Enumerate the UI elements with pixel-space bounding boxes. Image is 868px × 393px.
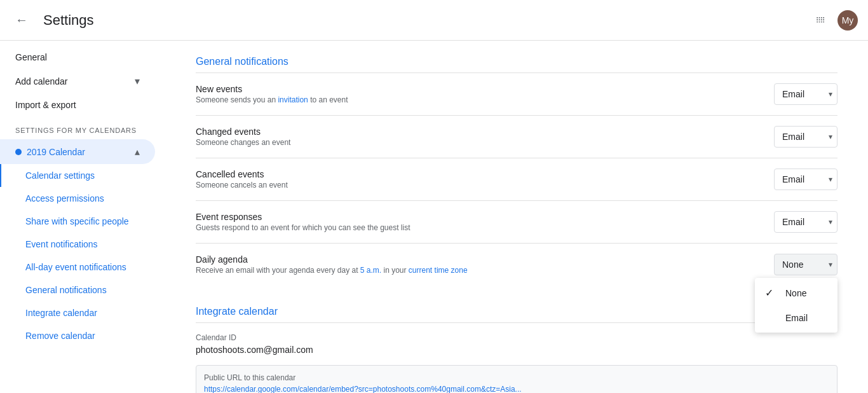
integrate-section: Integrate calendar Calendar ID photoshoo… xyxy=(196,306,837,393)
top-bar-left: ← Settings xyxy=(10,8,94,32)
apps-grid-icon xyxy=(815,14,827,27)
dropdown-email-label: Email xyxy=(785,313,808,323)
new-events-text: New events Someone sends you an invitati… xyxy=(196,84,348,104)
calendar-group: 2019 Calendar xyxy=(15,147,85,157)
cancelled-events-select[interactable]: Email None xyxy=(774,169,837,190)
sidebar-item-general-notifications[interactable]: General notifications xyxy=(0,279,155,301)
changed-events-text: Changed events Someone changes an event xyxy=(196,127,290,147)
sidebar-item-general[interactable]: General xyxy=(0,46,155,69)
event-responses-text: Event responses Guests respond to an eve… xyxy=(196,212,410,232)
event-responses-desc: Guests respond to an event for which you… xyxy=(196,223,410,232)
check-icon: ✓ xyxy=(765,287,778,299)
new-events-select[interactable]: Email None xyxy=(774,83,837,105)
invitation-link[interactable]: invitation xyxy=(278,95,308,104)
calendar-name: 2019 Calendar xyxy=(27,147,85,157)
event-responses-select[interactable]: Email None xyxy=(774,211,837,233)
new-events-desc: Someone sends you an invitation to an ev… xyxy=(196,95,348,104)
top-bar: ← Settings My xyxy=(0,0,868,41)
changed-events-select[interactable]: Email None xyxy=(774,126,837,148)
chevron-up-icon: ▴ xyxy=(135,146,140,158)
calendar-id-value: photoshoots.com@gmail.com xyxy=(196,345,837,355)
new-events-label: New events xyxy=(196,84,348,94)
changed-events-desc: Someone changes an event xyxy=(196,138,290,147)
sidebar-item-allday-notifications[interactable]: All-day event notifications xyxy=(0,256,155,279)
new-events-select-wrapper: Email None ▾ xyxy=(774,83,837,105)
cancelled-events-text: Cancelled events Someone cancels an even… xyxy=(196,169,288,190)
sidebar-item-calendar-settings[interactable]: Calendar settings xyxy=(0,164,155,187)
event-responses-label: Event responses xyxy=(196,212,410,222)
remove-label: Remove calendar xyxy=(25,331,95,341)
integrate-divider xyxy=(196,322,837,323)
integrate-label: Integrate calendar xyxy=(25,308,97,318)
event-responses-row: Event responses Guests respond to an eve… xyxy=(196,201,837,244)
page-title: Settings xyxy=(43,12,94,29)
daily-agenda-select-wrapper: None Email ▾ ✓ None ✓ Email xyxy=(774,254,837,275)
calendar-dot xyxy=(15,149,22,155)
calendar-id-label: Calendar ID xyxy=(196,333,837,342)
changed-events-select-wrapper: Email None ▾ xyxy=(774,126,837,148)
import-export-label: Import & export xyxy=(15,100,76,110)
cancelled-events-desc: Someone cancels an event xyxy=(196,181,288,190)
layout: General Add calendar ▾ Import & export S… xyxy=(0,41,868,393)
dropdown-item-none[interactable]: ✓ None xyxy=(755,280,837,305)
timezone-link[interactable]: current time zone xyxy=(409,266,468,275)
sidebar-item-add-calendar[interactable]: Add calendar ▾ xyxy=(0,69,155,93)
back-button[interactable]: ← xyxy=(10,8,33,32)
dropdown-item-email[interactable]: ✓ Email xyxy=(755,305,837,330)
apps-grid-button[interactable] xyxy=(810,9,832,32)
daily-agenda-dropdown: ✓ None ✓ Email xyxy=(755,278,837,333)
daily-agenda-select[interactable]: None Email xyxy=(774,254,837,275)
cancelled-events-label: Cancelled events xyxy=(196,169,288,179)
sidebar-item-integrate[interactable]: Integrate calendar xyxy=(0,301,155,324)
allday-notifications-label: All-day event notifications xyxy=(25,262,126,272)
event-notifications-label: Event notifications xyxy=(25,239,98,249)
sidebar-item-import-export[interactable]: Import & export xyxy=(0,93,155,116)
daily-agenda-row: Daily agenda Receive an email with your … xyxy=(196,244,837,286)
main-content: General notifications New events Someone… xyxy=(165,41,868,393)
sidebar-item-event-notifications[interactable]: Event notifications xyxy=(0,233,155,256)
sidebar-item-access-permissions[interactable]: Access permissions xyxy=(0,187,155,210)
sidebar-item-remove[interactable]: Remove calendar xyxy=(0,324,155,347)
integrate-title: Integrate calendar xyxy=(196,306,837,317)
sidebar-item-share-people[interactable]: Share with specific people xyxy=(0,210,155,233)
add-calendar-label: Add calendar xyxy=(15,76,68,86)
daily-agenda-desc: Receive an email with your agenda every … xyxy=(196,266,468,275)
general-label: General xyxy=(15,52,47,62)
sidebar-item-2019-calendar[interactable]: 2019 Calendar ▴ xyxy=(0,139,155,164)
settings-for-section: Settings for my calendars xyxy=(0,116,165,139)
top-bar-right: My xyxy=(810,9,858,32)
event-responses-select-wrapper: Email None ▾ xyxy=(774,211,837,233)
cancelled-events-row: Cancelled events Someone cancels an even… xyxy=(196,158,837,201)
cancelled-events-select-wrapper: Email None ▾ xyxy=(774,169,837,190)
general-notifications-label: General notifications xyxy=(25,285,107,295)
general-notifications-title: General notifications xyxy=(196,56,837,67)
new-events-row: New events Someone sends you an invitati… xyxy=(196,73,837,116)
dropdown-none-label: None xyxy=(785,288,806,298)
user-avatar[interactable]: My xyxy=(837,10,858,31)
changed-events-row: Changed events Someone changes an event … xyxy=(196,116,837,158)
back-icon: ← xyxy=(15,13,28,27)
time-link[interactable]: 5 a.m. xyxy=(360,266,381,275)
public-url-box: Public URL to this calendar https://cale… xyxy=(196,365,837,393)
access-permissions-label: Access permissions xyxy=(25,193,104,203)
daily-agenda-text: Daily agenda Receive an email with your … xyxy=(196,254,468,275)
changed-events-label: Changed events xyxy=(196,127,290,137)
sidebar: General Add calendar ▾ Import & export S… xyxy=(0,41,165,393)
calendar-settings-label: Calendar settings xyxy=(25,170,95,181)
public-url-value: https://calendar.google.com/calendar/emb… xyxy=(204,385,829,393)
share-people-label: Share with specific people xyxy=(25,216,129,226)
daily-agenda-label: Daily agenda xyxy=(196,254,468,265)
public-url-label: Public URL to this calendar xyxy=(204,373,829,382)
chevron-down-icon: ▾ xyxy=(135,75,140,87)
